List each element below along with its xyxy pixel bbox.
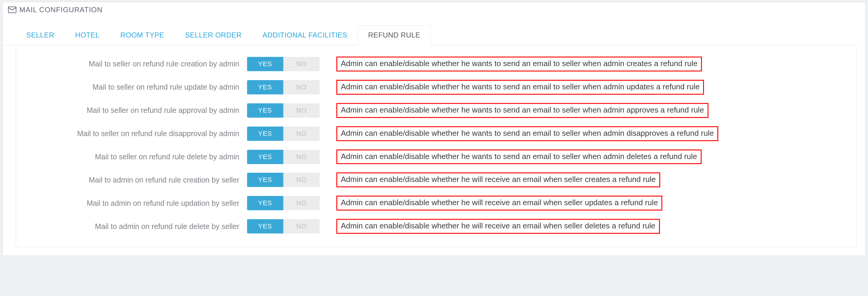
mail-icon [8, 6, 17, 13]
setting-desc: Admin can enable/disable whether he want… [336, 57, 702, 71]
setting-toggle: YES NO [247, 80, 324, 94]
tab-additional-facilities[interactable]: ADDITIONAL FACILITIES [252, 25, 358, 45]
tabs-bar: SELLER HOTEL ROOM TYPE SELLER ORDER ADDI… [3, 25, 857, 45]
setting-desc-col: Admin can enable/disable whether he will… [336, 196, 662, 210]
setting-row: Mail to admin on refund rule updation by… [21, 196, 851, 210]
setting-row: Mail to seller on refund rule creation b… [21, 57, 851, 71]
setting-desc-col: Admin can enable/disable whether he want… [336, 57, 702, 71]
toggle-yes-no[interactable]: YES NO [247, 173, 320, 187]
toggle-yes[interactable]: YES [247, 80, 283, 94]
setting-desc-col: Admin can enable/disable whether he want… [336, 80, 704, 95]
setting-label: Mail to seller on refund rule creation b… [21, 60, 247, 68]
setting-row: Mail to seller on refund rule disapprova… [21, 126, 851, 141]
setting-label: Mail to admin on refund rule updation by… [21, 199, 247, 208]
toggle-yes[interactable]: YES [247, 196, 283, 210]
setting-desc: Admin can enable/disable whether he will… [336, 196, 662, 210]
tab-room-type[interactable]: ROOM TYPE [110, 25, 175, 45]
toggle-yes[interactable]: YES [247, 219, 283, 234]
setting-toggle: YES NO [247, 150, 324, 164]
toggle-yes[interactable]: YES [247, 126, 283, 141]
tab-content-refund-rule: Mail to seller on refund rule creation b… [16, 45, 857, 247]
toggle-no[interactable]: NO [283, 80, 320, 94]
mail-configuration-panel: MAIL CONFIGURATION SELLER HOTEL ROOM TYP… [2, 2, 866, 256]
toggle-no[interactable]: NO [283, 150, 320, 164]
toggle-yes[interactable]: YES [247, 173, 283, 187]
toggle-yes[interactable]: YES [247, 57, 283, 71]
toggle-yes-no[interactable]: YES NO [247, 219, 320, 234]
tab-refund-rule[interactable]: REFUND RULE [358, 25, 431, 45]
panel-title: MAIL CONFIGURATION [19, 6, 102, 14]
setting-desc: Admin can enable/disable whether he will… [336, 219, 660, 234]
toggle-no[interactable]: NO [283, 103, 320, 118]
setting-desc-col: Admin can enable/disable whether he want… [336, 149, 702, 165]
setting-desc: Admin can enable/disable whether he want… [336, 126, 718, 141]
setting-row: Mail to admin on refund rule delete by s… [21, 219, 851, 234]
setting-row: Mail to admin on refund rule creation by… [21, 172, 851, 187]
setting-toggle: YES NO [247, 219, 324, 234]
setting-label: Mail to admin on refund rule creation by… [21, 176, 247, 184]
panel-heading: MAIL CONFIGURATION [3, 2, 865, 19]
setting-desc: Admin can enable/disable whether he will… [336, 172, 660, 187]
toggle-yes-no[interactable]: YES NO [247, 126, 320, 141]
setting-row: Mail to seller on refund rule delete by … [21, 149, 851, 165]
setting-desc: Admin can enable/disable whether he want… [336, 80, 704, 95]
setting-toggle: YES NO [247, 103, 324, 118]
tab-hotel[interactable]: HOTEL [65, 25, 110, 45]
setting-desc: Admin can enable/disable whether he want… [336, 149, 702, 165]
setting-desc: Admin can enable/disable whether he want… [336, 103, 708, 118]
toggle-no[interactable]: NO [283, 173, 320, 187]
toggle-yes-no[interactable]: YES NO [247, 103, 320, 118]
page: MAIL CONFIGURATION SELLER HOTEL ROOM TYP… [0, 0, 868, 262]
setting-toggle: YES NO [247, 126, 324, 141]
setting-toggle: YES NO [247, 196, 324, 210]
setting-desc-col: Admin can enable/disable whether he want… [336, 126, 718, 141]
tab-seller-order[interactable]: SELLER ORDER [175, 25, 252, 45]
setting-toggle: YES NO [247, 57, 324, 71]
toggle-yes-no[interactable]: YES NO [247, 196, 320, 210]
setting-desc-col: Admin can enable/disable whether he will… [336, 172, 660, 187]
setting-label: Mail to admin on refund rule delete by s… [21, 222, 247, 231]
toggle-no[interactable]: NO [283, 219, 320, 234]
toggle-no[interactable]: NO [283, 196, 320, 210]
toggle-yes-no[interactable]: YES NO [247, 80, 320, 94]
toggle-yes-no[interactable]: YES NO [247, 150, 320, 164]
toggle-yes[interactable]: YES [247, 103, 283, 118]
toggle-no[interactable]: NO [283, 57, 320, 71]
setting-row: Mail to seller on refund rule update by … [21, 80, 851, 95]
setting-desc-col: Admin can enable/disable whether he want… [336, 103, 708, 118]
setting-toggle: YES NO [247, 173, 324, 187]
setting-label: Mail to seller on refund rule update by … [21, 83, 247, 91]
setting-label: Mail to seller on refund rule delete by … [21, 152, 247, 161]
setting-row: Mail to seller on refund rule approval b… [21, 103, 851, 118]
toggle-no[interactable]: NO [283, 126, 320, 141]
setting-label: Mail to seller on refund rule approval b… [21, 106, 247, 115]
toggle-yes-no[interactable]: YES NO [247, 57, 320, 71]
toggle-yes[interactable]: YES [247, 150, 283, 164]
setting-desc-col: Admin can enable/disable whether he will… [336, 219, 660, 234]
setting-label: Mail to seller on refund rule disapprova… [21, 129, 247, 138]
tab-seller[interactable]: SELLER [16, 25, 65, 45]
